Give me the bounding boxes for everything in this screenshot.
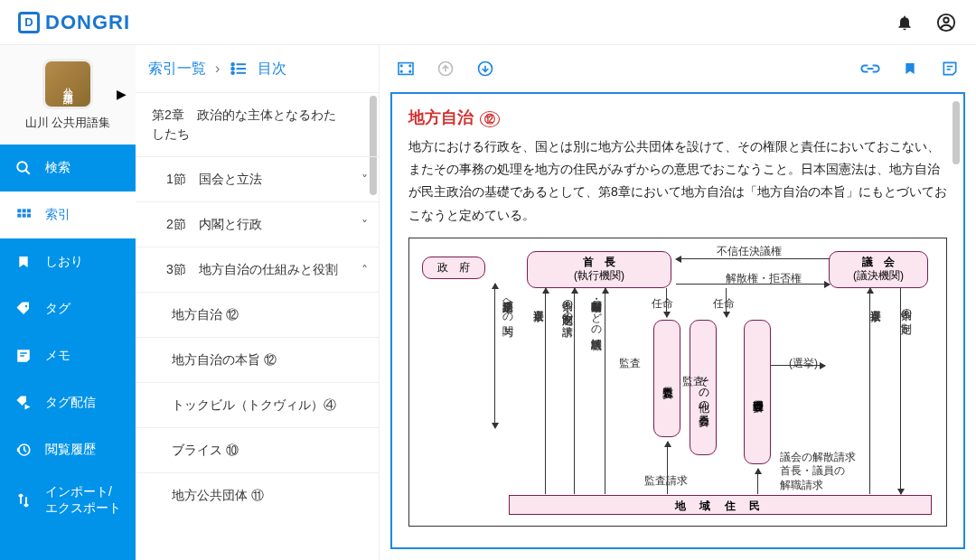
box-government: 政 府 — [422, 257, 485, 280]
memo-icon[interactable] — [938, 57, 962, 80]
expand-icon[interactable] — [394, 57, 418, 80]
box-elect: 選挙管理委員会 — [744, 320, 771, 464]
nav-bookmark[interactable]: しおり — [0, 238, 136, 285]
label-audit: 監査 — [619, 356, 641, 371]
toc-icon — [229, 61, 249, 77]
entry-title: 地方自治 ⑫ — [408, 107, 947, 128]
nav-import-export[interactable]: インポート/ エクスポート — [0, 473, 136, 527]
label-council-recall: 議会の解散請求 首長・議員の 解職請求 — [780, 451, 856, 493]
account-icon[interactable] — [934, 11, 958, 34]
svg-rect-6 — [27, 209, 31, 212]
arrow — [676, 284, 830, 285]
svg-point-12 — [232, 63, 235, 66]
chevron-up-icon[interactable]: ˄ — [361, 260, 368, 279]
index-item[interactable]: 地方公共団体 ⑪ — [136, 472, 379, 518]
label-appoint: 任命 — [652, 296, 673, 312]
arrow — [494, 284, 495, 428]
arrow — [869, 288, 870, 494]
nav-index[interactable]: 索引 — [0, 191, 136, 238]
crumb-index-list[interactable]: 索引一覧 — [148, 60, 206, 79]
chevron-down-icon[interactable]: ˅ — [361, 170, 368, 189]
tag-icon — [14, 300, 33, 318]
nav-memo[interactable]: メモ — [0, 332, 136, 379]
index-item[interactable]: 地方自治の本旨 ⑫ — [136, 337, 379, 382]
dictionary-cover: 公共 用語集 — [42, 59, 93, 109]
label-noconfidence: 不信任決議権 — [717, 244, 782, 259]
up-arrow-icon — [434, 57, 457, 80]
svg-point-19 — [400, 65, 402, 67]
index-item[interactable]: 2節 内閣と行政˅ — [136, 201, 379, 247]
label-delegated: 法定受託事務への関与 — [500, 293, 515, 318]
svg-rect-9 — [27, 214, 31, 218]
note-icon — [14, 347, 33, 365]
label-audit: 監査 — [682, 374, 704, 389]
link-icon[interactable] — [859, 57, 882, 80]
index-panel: 索引一覧 › 目次 第2章 政治的な主体となるわたしたち 1節 国会と立法˅ 2… — [136, 45, 380, 560]
label-election: (選挙) — [789, 356, 818, 371]
app-header: D DONGRI — [0, 0, 976, 45]
label-ord-amend: 条例の制定・改廃の請求 — [559, 293, 575, 318]
index-item[interactable]: 地方自治 ⑫ — [136, 292, 379, 337]
svg-point-22 — [409, 70, 411, 72]
entry-body: 地方における行政を、国とは別に地方公共団体を設けて、その権限と責任においておこな… — [408, 135, 947, 227]
label-appoint: 任命 — [713, 296, 735, 312]
history-icon — [14, 441, 33, 459]
import-export-icon — [14, 491, 33, 509]
box-residents: 地 域 住 民 — [509, 495, 932, 515]
bell-icon[interactable] — [893, 11, 916, 34]
arrow — [605, 288, 605, 494]
chevron-right-icon: ▶ — [117, 87, 127, 101]
nav-search[interactable]: 検索 — [0, 145, 136, 191]
chevron-right-icon: › — [215, 61, 220, 77]
content-pane: 地方自治 ⑫ 地方における行政を、国とは別に地方公共団体を設けて、その権限と責任… — [380, 45, 976, 560]
index-item[interactable]: ブライス ⑩ — [136, 427, 379, 472]
svg-point-14 — [232, 68, 235, 70]
svg-point-21 — [400, 70, 402, 72]
index-list[interactable]: 第2章 政治的な主体となるわたしたち 1節 国会と立法˅ 2節 内閣と行政˅ 3… — [136, 92, 379, 560]
svg-rect-7 — [17, 214, 21, 218]
down-arrow-icon[interactable] — [474, 57, 497, 80]
index-item[interactable]: 3節 地方自治の仕組みと役割˄ — [136, 247, 379, 292]
nav-tag-dist[interactable]: タグ配信 — [0, 379, 136, 426]
box-audit: 監査委員 — [653, 320, 680, 437]
svg-rect-5 — [23, 209, 26, 212]
arrow — [545, 288, 546, 494]
bookmark-icon[interactable] — [898, 57, 922, 80]
nav-history[interactable]: 閲覧履歴 — [0, 426, 136, 473]
nav-tag[interactable]: タグ — [0, 285, 136, 332]
index-breadcrumb: 索引一覧 › 目次 — [136, 45, 379, 92]
index-item[interactable]: トックビル（トクヴィル）④ — [136, 382, 379, 427]
sidebar: 公共 用語集 ▶ 山川 公共用語集 検索 索引 しおり タグ メモ タグ配信 — [0, 45, 136, 560]
article-body[interactable]: 地方自治 ⑫ 地方における行政を、国とは別に地方公共団体を設けて、その権限と責任… — [390, 92, 965, 549]
dictionary-name: 山川 公共用語集 — [25, 115, 111, 131]
label-vice-recall: 副知事・副市町村長などの解職請求 — [588, 293, 604, 331]
crumb-toc[interactable]: 目次 — [258, 60, 286, 79]
box-chief: 首 長(執行機関) — [527, 251, 671, 288]
article-toolbar — [380, 45, 976, 92]
svg-point-20 — [409, 65, 411, 67]
chevron-down-icon[interactable]: ˅ — [361, 215, 368, 234]
diagram-local-governance: 政 府 首 長(執行機関) 議 会(議決機関) 不信任決議権 解散権・拒否権 監… — [408, 238, 947, 527]
search-icon — [14, 159, 33, 177]
arrow — [574, 288, 575, 494]
svg-point-10 — [25, 305, 27, 307]
box-council: 議 会(議決機関) — [829, 251, 928, 288]
dictionary-tile[interactable]: 公共 用語集 ▶ 山川 公共用語集 — [0, 45, 136, 145]
scrollbar-thumb[interactable] — [953, 101, 960, 164]
arrow — [757, 469, 758, 494]
svg-point-1 — [943, 17, 949, 23]
arrow — [771, 365, 825, 366]
brand-text: DONGRI — [45, 11, 130, 34]
index-item[interactable]: 1節 国会と立法˅ — [136, 156, 379, 201]
svg-rect-8 — [23, 214, 26, 218]
svg-line-3 — [25, 170, 30, 174]
bookmark-icon — [14, 253, 33, 271]
index-item[interactable]: 第2章 政治的な主体となるわたしたち — [136, 92, 379, 156]
grid-icon — [14, 206, 33, 224]
arrow — [676, 258, 830, 259]
svg-point-2 — [17, 162, 27, 172]
logo-icon: D — [18, 12, 40, 33]
label-audit-req: 監査請求 — [644, 473, 688, 489]
svg-point-16 — [232, 72, 235, 75]
tag-send-icon — [14, 394, 33, 412]
